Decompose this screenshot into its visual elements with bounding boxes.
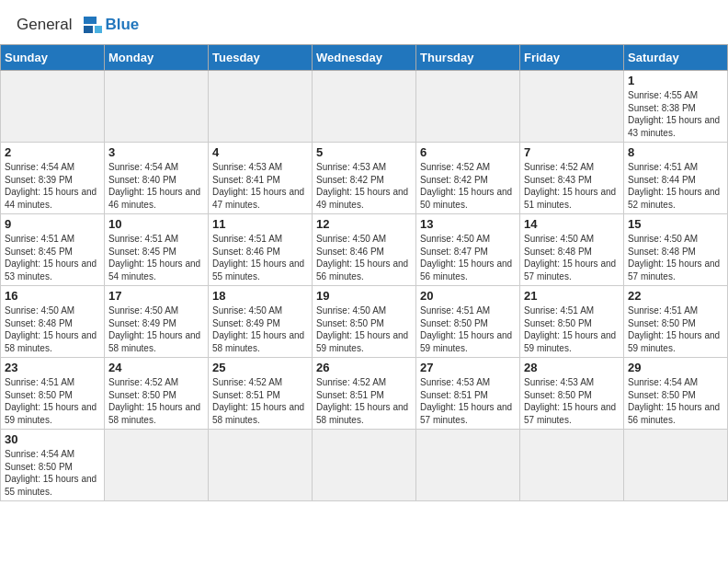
day-number: 5 <box>316 145 412 159</box>
day-info: Sunrise: 4:50 AM Sunset: 8:47 PM Dayligh… <box>420 233 516 282</box>
table-row: 15Sunrise: 4:50 AM Sunset: 8:48 PM Dayli… <box>624 214 728 286</box>
table-row <box>313 430 416 501</box>
day-info: Sunrise: 4:51 AM Sunset: 8:50 PM Dayligh… <box>5 376 100 426</box>
day-info: Sunrise: 4:51 AM Sunset: 8:44 PM Dayligh… <box>628 161 723 211</box>
day-info: Sunrise: 4:50 AM Sunset: 8:49 PM Dayligh… <box>212 304 308 354</box>
weekday-header-sunday: Sunday <box>1 45 105 71</box>
logo-icon <box>74 11 102 39</box>
table-row: 23Sunrise: 4:51 AM Sunset: 8:50 PM Dayli… <box>1 358 105 430</box>
table-row: 26Sunrise: 4:52 AM Sunset: 8:51 PM Dayli… <box>313 358 416 430</box>
day-info: Sunrise: 4:50 AM Sunset: 8:49 PM Dayligh… <box>108 304 204 354</box>
svg-marker-1 <box>84 26 93 33</box>
weekday-header-thursday: Thursday <box>416 45 520 71</box>
day-info: Sunrise: 4:52 AM Sunset: 8:51 PM Dayligh… <box>212 376 308 426</box>
table-row: 10Sunrise: 4:51 AM Sunset: 8:45 PM Dayli… <box>105 214 209 286</box>
table-row: 22Sunrise: 4:51 AM Sunset: 8:50 PM Dayli… <box>624 286 728 358</box>
day-number: 21 <box>524 289 620 303</box>
table-row: 17Sunrise: 4:50 AM Sunset: 8:49 PM Dayli… <box>105 286 209 358</box>
calendar-table: SundayMondayTuesdayWednesdayThursdayFrid… <box>0 44 728 501</box>
table-row <box>416 430 520 501</box>
table-row: 19Sunrise: 4:50 AM Sunset: 8:50 PM Dayli… <box>313 286 416 358</box>
table-row <box>416 71 520 143</box>
day-info: Sunrise: 4:51 AM Sunset: 8:45 PM Dayligh… <box>108 233 204 282</box>
day-number: 20 <box>420 289 516 303</box>
table-row <box>105 430 209 501</box>
day-info: Sunrise: 4:54 AM Sunset: 8:40 PM Dayligh… <box>108 161 204 211</box>
table-row <box>1 71 105 143</box>
day-number: 1 <box>628 74 723 87</box>
table-row: 30Sunrise: 4:54 AM Sunset: 8:50 PM Dayli… <box>1 430 105 501</box>
day-info: Sunrise: 4:52 AM Sunset: 8:42 PM Dayligh… <box>420 161 516 211</box>
day-info: Sunrise: 4:54 AM Sunset: 8:50 PM Dayligh… <box>628 376 723 426</box>
table-row: 8Sunrise: 4:51 AM Sunset: 8:44 PM Daylig… <box>624 143 728 214</box>
day-info: Sunrise: 4:52 AM Sunset: 8:51 PM Dayligh… <box>316 376 412 426</box>
weekday-header-wednesday: Wednesday <box>313 45 416 71</box>
day-number: 18 <box>212 289 308 303</box>
table-row <box>105 71 209 143</box>
logo-text: General Blue <box>17 11 139 39</box>
calendar-body: 1Sunrise: 4:55 AM Sunset: 8:38 PM Daylig… <box>1 71 728 501</box>
weekday-header-monday: Monday <box>105 45 209 71</box>
table-row: 1Sunrise: 4:55 AM Sunset: 8:38 PM Daylig… <box>624 71 728 143</box>
day-info: Sunrise: 4:51 AM Sunset: 8:50 PM Dayligh… <box>420 304 516 354</box>
day-info: Sunrise: 4:55 AM Sunset: 8:38 PM Dayligh… <box>628 89 723 139</box>
day-number: 11 <box>212 217 308 231</box>
table-row: 2Sunrise: 4:54 AM Sunset: 8:39 PM Daylig… <box>1 143 105 214</box>
table-row: 11Sunrise: 4:51 AM Sunset: 8:46 PM Dayli… <box>209 214 313 286</box>
day-number: 25 <box>212 361 308 374</box>
day-info: Sunrise: 4:50 AM Sunset: 8:48 PM Dayligh… <box>628 233 723 282</box>
day-info: Sunrise: 4:52 AM Sunset: 8:43 PM Dayligh… <box>524 161 620 211</box>
table-row: 6Sunrise: 4:52 AM Sunset: 8:42 PM Daylig… <box>416 143 520 214</box>
day-number: 16 <box>5 289 100 303</box>
day-info: Sunrise: 4:51 AM Sunset: 8:50 PM Dayligh… <box>524 304 620 354</box>
day-number: 4 <box>212 145 308 159</box>
day-number: 14 <box>524 217 620 231</box>
table-row: 20Sunrise: 4:51 AM Sunset: 8:50 PM Dayli… <box>416 286 520 358</box>
day-number: 2 <box>5 145 100 159</box>
day-number: 3 <box>108 145 204 159</box>
day-info: Sunrise: 4:53 AM Sunset: 8:41 PM Dayligh… <box>212 161 308 211</box>
day-number: 29 <box>628 361 723 374</box>
day-number: 8 <box>628 145 723 159</box>
day-info: Sunrise: 4:51 AM Sunset: 8:46 PM Dayligh… <box>212 233 308 282</box>
table-row <box>313 71 416 143</box>
table-row: 7Sunrise: 4:52 AM Sunset: 8:43 PM Daylig… <box>520 143 624 214</box>
table-row: 27Sunrise: 4:53 AM Sunset: 8:51 PM Dayli… <box>416 358 520 430</box>
table-row: 4Sunrise: 4:53 AM Sunset: 8:41 PM Daylig… <box>209 143 313 214</box>
table-row: 5Sunrise: 4:53 AM Sunset: 8:42 PM Daylig… <box>313 143 416 214</box>
table-row: 25Sunrise: 4:52 AM Sunset: 8:51 PM Dayli… <box>209 358 313 430</box>
calendar-header: SundayMondayTuesdayWednesdayThursdayFrid… <box>1 45 728 71</box>
logo: General Blue <box>17 11 139 39</box>
table-row: 21Sunrise: 4:51 AM Sunset: 8:50 PM Dayli… <box>520 286 624 358</box>
table-row: 13Sunrise: 4:50 AM Sunset: 8:47 PM Dayli… <box>416 214 520 286</box>
table-row: 24Sunrise: 4:52 AM Sunset: 8:50 PM Dayli… <box>105 358 209 430</box>
day-number: 10 <box>108 217 204 231</box>
day-number: 6 <box>420 145 516 159</box>
weekday-header-friday: Friday <box>520 45 624 71</box>
day-info: Sunrise: 4:54 AM Sunset: 8:50 PM Dayligh… <box>5 448 100 498</box>
day-number: 19 <box>316 289 412 303</box>
table-row: 29Sunrise: 4:54 AM Sunset: 8:50 PM Dayli… <box>624 358 728 430</box>
svg-marker-0 <box>84 17 97 24</box>
day-number: 22 <box>628 289 723 303</box>
day-info: Sunrise: 4:50 AM Sunset: 8:50 PM Dayligh… <box>316 304 412 354</box>
table-row: 12Sunrise: 4:50 AM Sunset: 8:46 PM Dayli… <box>313 214 416 286</box>
day-number: 15 <box>628 217 723 231</box>
day-info: Sunrise: 4:53 AM Sunset: 8:42 PM Dayligh… <box>316 161 412 211</box>
day-number: 13 <box>420 217 516 231</box>
svg-marker-2 <box>95 26 102 33</box>
table-row: 3Sunrise: 4:54 AM Sunset: 8:40 PM Daylig… <box>105 143 209 214</box>
day-info: Sunrise: 4:50 AM Sunset: 8:48 PM Dayligh… <box>524 233 620 282</box>
table-row <box>624 430 728 501</box>
day-number: 23 <box>5 361 100 374</box>
day-info: Sunrise: 4:50 AM Sunset: 8:48 PM Dayligh… <box>5 304 100 354</box>
day-info: Sunrise: 4:53 AM Sunset: 8:50 PM Dayligh… <box>524 376 620 426</box>
day-number: 17 <box>108 289 204 303</box>
day-info: Sunrise: 4:51 AM Sunset: 8:50 PM Dayligh… <box>628 304 723 354</box>
table-row: 14Sunrise: 4:50 AM Sunset: 8:48 PM Dayli… <box>520 214 624 286</box>
table-row <box>520 430 624 501</box>
day-number: 26 <box>316 361 412 374</box>
table-row <box>209 430 313 501</box>
table-row <box>520 71 624 143</box>
day-number: 9 <box>5 217 100 231</box>
